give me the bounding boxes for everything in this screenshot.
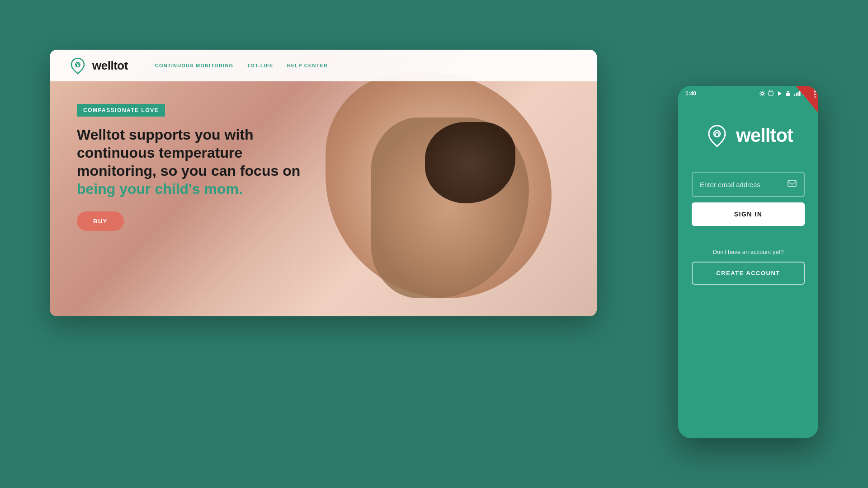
website-logo-text: welltot — [92, 59, 128, 73]
website-header: welltot CONTINUOUS MONITORING TOT-LIFE H… — [50, 50, 597, 81]
nav-item-monitoring[interactable]: CONTINUOUS MONITORING — [155, 63, 234, 68]
hero-headline: Welltot supports you with continuous tem… — [77, 126, 312, 198]
svg-rect-8 — [796, 93, 797, 96]
svg-point-3 — [761, 93, 764, 95]
nav-item-totlife[interactable]: TOT-LIFE — [247, 63, 273, 68]
status-bar: 1:40 — [678, 86, 818, 99]
create-account-button[interactable]: CREATE ACCOUNT — [692, 262, 805, 285]
notification-icon — [768, 90, 774, 97]
website-card: welltot CONTINUOUS MONITORING TOT-LIFE H… — [50, 50, 597, 316]
app-logo-icon — [703, 122, 731, 149]
signal-icon — [793, 90, 801, 97]
website-nav: CONTINUOUS MONITORING TOT-LIFE HELP CENT… — [155, 63, 328, 68]
hero-badge: COMPASSIONATE LOVE — [77, 104, 165, 117]
status-time: 1:40 — [685, 90, 696, 97]
email-icon — [788, 180, 797, 189]
svg-rect-17 — [788, 180, 796, 187]
email-input-container[interactable]: Enter email address — [692, 172, 805, 197]
lock-icon — [785, 90, 791, 97]
svg-rect-4 — [769, 92, 773, 95]
app-body: welltot Enter email address SIGN IN Don'… — [678, 99, 818, 294]
hero-content: COMPASSIONATE LOVE Welltot supports you … — [77, 104, 312, 231]
buy-button[interactable]: BUY — [77, 211, 124, 231]
hero-headline-text: Welltot supports you with continuous tem… — [77, 127, 300, 179]
website-logo-icon — [68, 56, 88, 75]
nav-item-help[interactable]: HELP CENTER — [287, 63, 328, 68]
svg-rect-9 — [797, 92, 799, 96]
app-logo-text: welltot — [736, 125, 793, 146]
account-prompt: Don't have an account yet? — [712, 249, 783, 255]
email-placeholder: Enter email address — [700, 181, 760, 188]
website-logo: welltot — [68, 56, 128, 75]
play-icon — [776, 90, 783, 97]
debug-label: BUG — [813, 89, 817, 99]
hero-headline-highlight: being your child's mom. — [77, 181, 243, 197]
svg-rect-7 — [794, 94, 795, 96]
sign-in-button[interactable]: SIGN IN — [692, 202, 805, 226]
svg-marker-5 — [778, 91, 782, 96]
scene-container: welltot CONTINUOUS MONITORING TOT-LIFE H… — [50, 50, 818, 438]
svg-rect-6 — [786, 93, 790, 96]
mobile-card: BUG 1:40 — [678, 86, 818, 438]
gear-icon — [759, 90, 765, 97]
app-logo-container: welltot — [703, 122, 793, 149]
svg-rect-10 — [799, 91, 801, 96]
